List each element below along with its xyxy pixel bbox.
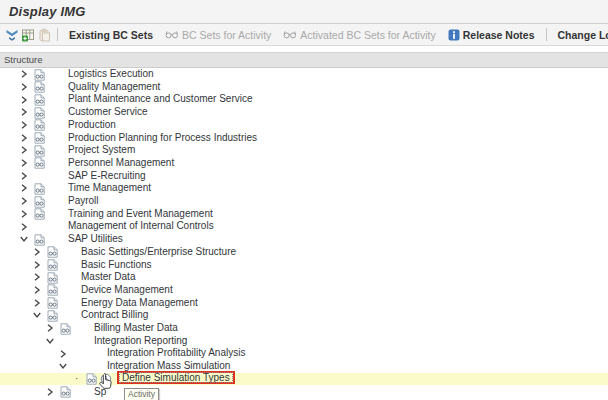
tree-item-label[interactable]: Personnel Management [68, 157, 174, 170]
chevron-down-icon[interactable] [46, 337, 55, 346]
chevron-right-icon[interactable] [59, 350, 68, 359]
tree-row-integration-reporting[interactable]: Integration Reporting [0, 335, 608, 348]
chevron-right-icon[interactable] [20, 184, 29, 193]
documentation-icon[interactable] [33, 81, 46, 93]
documentation-icon[interactable] [46, 284, 59, 296]
documentation-icon[interactable] [33, 145, 46, 157]
tree-item-label[interactable]: Production Planning for Process Industri… [68, 132, 257, 145]
tree-item-label[interactable]: Device Management [81, 284, 173, 297]
release-notes-button[interactable]: Release Notes [442, 27, 541, 43]
tree-item-label[interactable]: Payroll [68, 195, 99, 208]
tree-row-management-of-internal-controls[interactable]: Management of Internal Controls [0, 220, 608, 233]
tree-row-billing-master-data[interactable]: Billing Master Data [0, 322, 608, 335]
documentation-icon[interactable] [46, 246, 59, 258]
tree-row-contract-billing[interactable]: Contract Billing [0, 309, 608, 322]
tree-item-label[interactable]: Project System [68, 144, 135, 157]
tree-row-master-data[interactable]: Master Data [0, 271, 608, 284]
chevron-right-icon[interactable] [20, 172, 29, 181]
tree-row-customer-service[interactable]: Customer Service [0, 106, 608, 119]
existing-bc-sets-button[interactable]: Existing BC Sets [63, 27, 159, 43]
tree-item-label[interactable]: Master Data [81, 271, 135, 284]
chevron-right-icon[interactable] [33, 248, 42, 257]
tree-item-label[interactable]: Training and Event Management [68, 208, 213, 221]
documentation-icon[interactable] [46, 259, 59, 271]
tree-item-label[interactable]: Basic Settings/Enterprise Structure [81, 246, 236, 259]
tree-row-define-simulation-types[interactable]: ·Define Simulation Types [0, 373, 608, 386]
tree-row-training-and-event-management[interactable]: Training and Event Management [0, 208, 608, 221]
tree-item-label[interactable]: Define Simulation Types [117, 371, 235, 385]
tree-row-time-management[interactable]: Time Management [0, 182, 608, 195]
tree-item-label[interactable]: Integration Reporting [94, 335, 187, 348]
tree-item-label[interactable]: Management of Internal Controls [68, 220, 214, 233]
documentation-icon[interactable] [46, 310, 59, 322]
documentation-icon[interactable] [33, 196, 46, 208]
tree-row-sap-e-recruiting[interactable]: SAP E-Recruiting [0, 170, 608, 183]
tree-row-basic-functions[interactable]: Basic Functions [0, 259, 608, 272]
tree-row-production-planning-for-process-industries[interactable]: Production Planning for Process Industri… [0, 132, 608, 145]
tree-item-label[interactable]: Production [68, 119, 116, 132]
tree-row-basic-settings-enterprise-structure[interactable]: Basic Settings/Enterprise Structure [0, 246, 608, 259]
documentation-icon[interactable] [33, 107, 46, 119]
tree-item-label[interactable]: Plant Maintenance and Customer Service [68, 93, 253, 106]
hierarchy-filter-icon[interactable] [5, 26, 19, 44]
chevron-right-icon[interactable] [33, 299, 42, 308]
tree-row-logistics-execution[interactable]: Logistics Execution [0, 68, 608, 81]
chevron-right-icon[interactable] [20, 210, 29, 219]
chevron-right-icon[interactable] [20, 146, 29, 155]
chevron-right-icon[interactable] [20, 70, 29, 79]
tree-row-project-system[interactable]: Project System [0, 144, 608, 157]
chevron-right-icon[interactable] [20, 121, 29, 130]
documentation-icon[interactable] [33, 69, 46, 81]
documentation-icon[interactable] [33, 157, 46, 169]
tree-row-sp[interactable]: Sp [0, 386, 608, 399]
tree-item-label[interactable]: Billing Master Data [94, 322, 178, 335]
documentation-icon[interactable] [59, 386, 72, 398]
tree-item-label[interactable]: SAP Utilities [68, 233, 123, 246]
tree-row-integration-profitability-analysis[interactable]: Integration Profitability Analysis [0, 347, 608, 360]
chevron-right-icon[interactable] [33, 261, 42, 270]
tree-row-payroll[interactable]: Payroll [0, 195, 608, 208]
tree-item-label[interactable]: SAP E-Recruiting [68, 170, 146, 183]
tree-item-label[interactable]: Time Management [68, 182, 151, 195]
tree-row-plant-maintenance-and-customer-service[interactable]: Plant Maintenance and Customer Service [0, 93, 608, 106]
tree-item-label[interactable]: Customer Service [68, 106, 147, 119]
tree-item-label[interactable]: Contract Billing [81, 309, 148, 322]
documentation-icon[interactable] [46, 297, 59, 309]
chevron-right-icon[interactable] [20, 197, 29, 206]
tree-item-label[interactable]: Quality Management [68, 81, 160, 94]
tree-row-energy-data-management[interactable]: Energy Data Management [0, 297, 608, 310]
chevron-right-icon[interactable] [20, 96, 29, 105]
chevron-right-icon[interactable] [33, 286, 42, 295]
documentation-icon[interactable] [33, 119, 46, 131]
tree-row-personnel-management[interactable]: Personnel Management [0, 157, 608, 170]
chevron-right-icon[interactable] [20, 108, 29, 117]
documentation-icon[interactable] [33, 132, 46, 144]
change-log-button[interactable]: Change Log [552, 27, 608, 43]
chevron-down-icon[interactable] [33, 311, 42, 320]
chevron-right-icon[interactable] [20, 83, 29, 92]
documentation-icon[interactable] [33, 234, 46, 246]
chevron-right-icon[interactable] [46, 324, 55, 333]
tree-row-sap-utilities[interactable]: SAP Utilities [0, 233, 608, 246]
documentation-icon[interactable] [46, 272, 59, 284]
chevron-down-icon[interactable] [59, 362, 68, 371]
tree-item-label[interactable]: Logistics Execution [68, 68, 154, 81]
chevron-right-icon[interactable] [20, 159, 29, 168]
tree-row-integration-mass-simulation[interactable]: Integration Mass Simulation [0, 360, 608, 373]
chevron-right-icon[interactable] [33, 273, 42, 282]
tree-item-label[interactable]: Energy Data Management [81, 297, 198, 310]
documentation-icon[interactable] [59, 323, 72, 335]
table-insert-icon[interactable] [21, 26, 35, 44]
documentation-icon[interactable] [33, 208, 46, 220]
chevron-right-icon[interactable] [46, 388, 55, 397]
documentation-icon[interactable] [85, 373, 98, 385]
chevron-right-icon[interactable] [20, 134, 29, 143]
chevron-right-icon[interactable] [20, 223, 29, 232]
tree-item-label[interactable]: Basic Functions [81, 259, 152, 272]
chevron-down-icon[interactable] [20, 235, 29, 244]
tree-row-device-management[interactable]: Device Management [0, 284, 608, 297]
documentation-icon[interactable] [33, 94, 46, 106]
tree-row-quality-management[interactable]: Quality Management [0, 81, 608, 94]
tree-row-production[interactable]: Production [0, 119, 608, 132]
tree-item-label[interactable]: Integration Profitability Analysis [107, 347, 245, 360]
